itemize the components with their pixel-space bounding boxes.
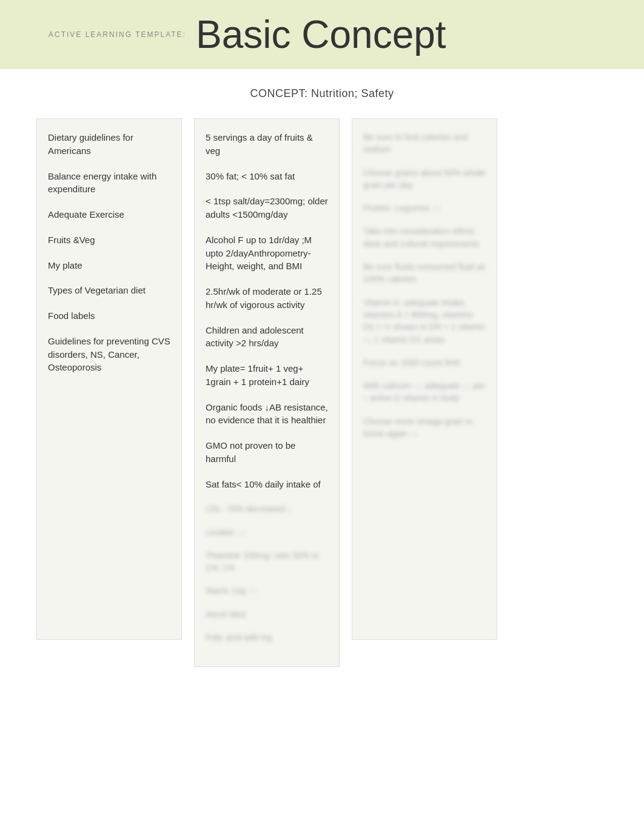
list-item: Guidelines for preventing CVS disorders,… <box>48 335 170 374</box>
list-item: Choose more omega grain in home again ↑↓ <box>363 415 486 440</box>
list-item: Focus on 1000 count limit <box>363 357 486 369</box>
middle-column: 5 servings a day of fruits & veg30% fat;… <box>194 118 340 667</box>
list-item: Children and adolescent activity >2 hrs/… <box>206 324 328 350</box>
list-item: My plate <box>48 259 170 272</box>
list-item: Thiamine 100mg; ratio 30% to 1%; 1% <box>206 549 328 574</box>
header: ACTIVE LEARNING TEMPLATE: Basic Concept <box>0 0 644 69</box>
list-item: Balance energy intake with expenditure <box>48 170 170 196</box>
list-item: With calcium ↓↑ adequate ↓↑ per ↑ active… <box>363 380 486 404</box>
list-item: Protein: Legumes ↑↑ <box>363 202 486 214</box>
list-item: Dietary guidelines for Americans <box>48 131 170 158</box>
list-item: Choose grains about 50% whole grain per … <box>363 167 486 192</box>
main-content: Dietary guidelines for AmericansBalance … <box>0 112 644 673</box>
list-item: 5 servings a day of fruits & veg <box>206 131 328 158</box>
right-column: Be sure to limit calories and sodiumChoo… <box>352 118 497 640</box>
list-item: Be sure fluids consumed fluid as 100% ca… <box>363 261 486 286</box>
list-item: Be sure to limit calories and sodium <box>363 131 486 156</box>
list-item: < 1tsp salt/day=2300mg; older adults <15… <box>206 195 328 221</box>
list-item: My plate= 1fruit+ 1 veg+ 1grain + 1 prot… <box>206 362 328 389</box>
list-item: Folic acid add mg <box>206 631 328 643</box>
list-item: Food labels <box>48 309 170 323</box>
concept-label: CONCEPT: Nutrition; Safety <box>0 87 644 100</box>
list-item: Niacin 14g ↑↑ <box>206 585 328 597</box>
page-title: Basic Concept <box>196 12 446 57</box>
list-item: Sat fats< 10% daily intake of <box>206 478 328 491</box>
list-item: LDL- 70% decreased ↓ <box>206 503 328 515</box>
list-item: Ascot Med <box>206 608 328 620</box>
list-item: Fruits &Veg <box>48 233 170 247</box>
list-item: Take into consideration ethnic diets and… <box>363 225 486 250</box>
active-learning-label: ACTIVE LEARNING TEMPLATE: <box>49 30 186 39</box>
list-item: 2.5hr/wk of moderate or 1.25 hr/wk of vi… <box>206 285 328 312</box>
left-column: Dietary guidelines for AmericansBalance … <box>36 118 182 640</box>
list-item: GMO not proven to be harmful <box>206 439 328 466</box>
list-item: Linolein ↓↑ <box>206 526 328 538</box>
list-item: Organic foods ↓AB resistance, no evidenc… <box>206 401 328 428</box>
list-item: 30% fat; < 10% sat fat <box>206 170 328 183</box>
list-item: Types of Vegetarian diet <box>48 284 170 297</box>
list-item: Alcohol F up to 1dr/day ;M upto 2/dayAnt… <box>206 233 328 273</box>
list-item: Vitamin A: adequate intake, vitamins A =… <box>363 297 486 346</box>
list-item: Adequate Exercise <box>48 208 170 221</box>
